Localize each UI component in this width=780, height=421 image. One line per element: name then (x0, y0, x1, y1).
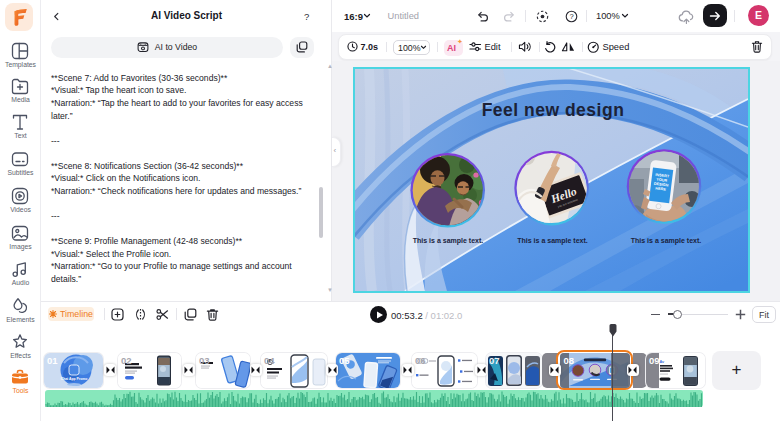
svg-text:This is a sample text.: This is a sample text. (631, 237, 701, 245)
svg-text:Chat App Promo: Chat App Promo (61, 376, 88, 380)
svg-text:This is a sample text.: This is a sample text. (517, 237, 587, 245)
svg-text:Feel new design: Feel new design (482, 100, 625, 120)
svg-text:This is a sample text.: This is a sample text. (413, 237, 483, 245)
svg-text:?: ? (569, 12, 573, 21)
